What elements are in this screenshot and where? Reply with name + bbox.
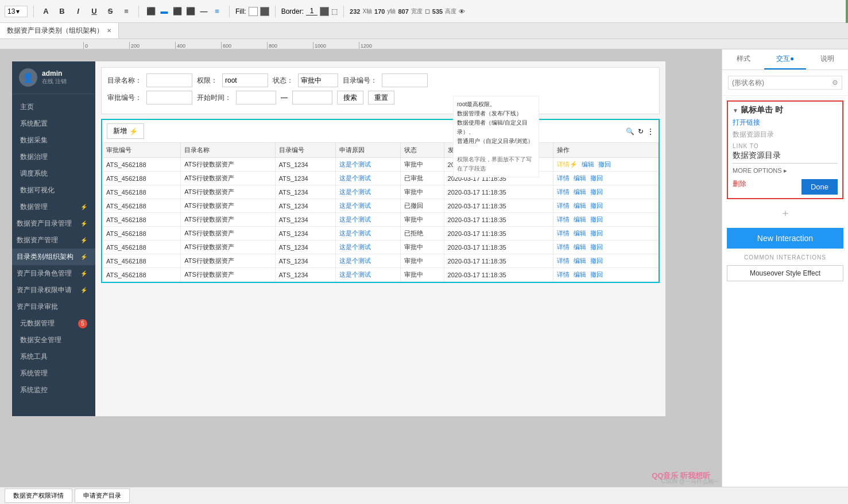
border-pattern[interactable]: ⬚ — [331, 7, 338, 15]
open-link[interactable]: 打开链接 — [733, 118, 838, 127]
sidebar-item-sysmgmt[interactable]: 系统管理 — [12, 365, 95, 382]
align-center-btn[interactable]: ▬ — [158, 5, 171, 18]
fill-empty-box[interactable] — [249, 7, 258, 16]
input-approval-no[interactable] — [146, 91, 192, 104]
new-interaction-btn[interactable]: New Interaction — [727, 228, 843, 249]
action-withdraw[interactable]: 撤回 — [590, 216, 603, 223]
tab-interaction[interactable]: 交互● — [764, 49, 806, 69]
align-none-btn[interactable]: — — [198, 5, 210, 18]
refresh-icon[interactable]: ↻ — [638, 127, 644, 135]
fill-dark-box[interactable] — [260, 7, 269, 16]
sidebar-item-datavis[interactable]: 数据可视化 — [12, 182, 95, 199]
tab-main[interactable]: 数据资产目录类别（组织架构） ✕ — [0, 23, 119, 38]
collapse-arrow[interactable]: ▼ — [733, 107, 738, 114]
list-btn[interactable]: ≡ — [120, 5, 133, 18]
sidebar-item-permission-apply[interactable]: 资产目录权限申请 ⚡ — [12, 282, 95, 298]
sidebar-item-datacollect[interactable]: 数据采集 — [12, 132, 95, 149]
action-withdraw[interactable]: 撤回 — [590, 243, 603, 250]
bottom-tab-permission[interactable]: 数据资产权限详情 — [5, 489, 72, 503]
underline-btn[interactable]: U — [88, 5, 100, 18]
font-size-chevron[interactable]: ▾ — [16, 7, 20, 15]
bottom-tab-apply[interactable]: 申请资产目录 — [75, 489, 130, 503]
shape-name-input[interactable] — [732, 79, 830, 87]
action-withdraw[interactable]: 撤回 — [590, 257, 603, 264]
delete-btn[interactable]: 删除 — [733, 180, 746, 188]
sidebar-item-metadata[interactable]: 元数据管理 5 — [12, 315, 95, 332]
font-size-control[interactable]: 13 ▾ — [5, 6, 28, 17]
action-detail[interactable]: 详情 — [557, 271, 570, 278]
new-record-btn[interactable]: 新增 ⚡ — [107, 123, 144, 139]
sidebar-item-schedule[interactable]: 调度系统 — [12, 165, 95, 182]
italic-btn[interactable]: I — [72, 5, 84, 18]
font-color-btn[interactable]: A — [40, 5, 52, 18]
add-interaction-icon[interactable]: ＋ — [722, 204, 848, 222]
input-id[interactable] — [382, 73, 428, 87]
action-detail[interactable]: 详情 — [557, 230, 570, 237]
align-right-btn[interactable]: ⬛ — [171, 5, 184, 18]
action-detail[interactable]: 详情 — [557, 188, 570, 195]
input-end-time[interactable] — [292, 91, 332, 104]
reset-btn[interactable]: 重置 — [368, 91, 394, 104]
tab-explain[interactable]: 说明 — [806, 49, 848, 69]
action-withdraw[interactable]: 撤回 — [598, 161, 611, 168]
sidebar-item-asset-role[interactable]: 资产目录角色管理 ⚡ — [12, 265, 95, 282]
action-edit[interactable]: 编辑 — [574, 257, 586, 264]
cell-approval-no: ATS_4562188 — [103, 172, 181, 185]
sidebar-item-catalog-org[interactable]: 目录类别/组织架构 ⚡ — [12, 249, 95, 265]
search-icon[interactable]: 🔍 — [626, 127, 634, 135]
sidebar-item-asset-mgmt[interactable]: 数据资产管理 ⚡ — [12, 232, 95, 249]
sidebar-item-datamgmt[interactable]: 数据管理 ⚡ — [12, 199, 95, 215]
action-detail[interactable]: 详情 — [557, 216, 570, 223]
search-btn[interactable]: 搜索 — [337, 91, 363, 104]
action-edit[interactable]: 编辑 — [574, 243, 586, 250]
action-withdraw[interactable]: 撤回 — [590, 230, 603, 237]
settings-icon[interactable]: ⚙ — [832, 79, 838, 87]
more-icon[interactable]: ⋮ — [647, 127, 654, 135]
done-btn[interactable]: Done — [801, 179, 838, 195]
action-withdraw[interactable]: 撤回 — [590, 202, 603, 209]
action-withdraw[interactable]: 撤回 — [590, 271, 603, 278]
tab-close-btn[interactable]: ✕ — [107, 28, 111, 34]
bold-btn[interactable]: B — [56, 5, 68, 18]
action-withdraw[interactable]: 撤回 — [590, 175, 603, 181]
data-table: 审批编号 目录名称 目录编号 申请原因 状态 发起时间 操作 — [102, 142, 659, 282]
select-permission[interactable]: root — [222, 73, 268, 87]
action-edit[interactable]: 编辑 — [574, 188, 586, 195]
sidebar-item-datasecurity[interactable]: 数据安全管理 — [12, 332, 95, 348]
more-options-btn[interactable]: MORE OPTIONS ▸ — [733, 167, 838, 175]
select-status[interactable]: 审批中 — [298, 73, 338, 87]
align-active-btn[interactable]: ≡ — [211, 5, 223, 18]
action-detail[interactable]: 详情 — [557, 243, 570, 250]
action-detail[interactable]: 详情⚡ — [557, 161, 578, 168]
action-edit[interactable]: 编辑 — [582, 161, 594, 168]
border-color-box[interactable] — [320, 7, 329, 16]
sidebar-item-sysconfig[interactable]: 系统配置 — [12, 115, 95, 132]
sidebar-item-datagovernance[interactable]: 数据治理 — [12, 149, 95, 165]
sidebar-item-approval[interactable]: 资产目录审批 — [12, 298, 95, 315]
action-withdraw[interactable]: 撤回 — [590, 188, 603, 195]
col-code: 目录编号 — [275, 143, 336, 158]
input-name[interactable] — [146, 73, 192, 87]
sidebar-item-assetcatalog-mgmt[interactable]: 数据资产目录管理 ⚡ — [12, 215, 95, 232]
mouseover-style-btn[interactable]: Mouseover Style Effect — [727, 265, 843, 281]
align-left-btn[interactable]: ⬛ — [145, 5, 157, 18]
border-value[interactable]: 1 — [306, 7, 317, 15]
canvas-area[interactable]: 👤 admin 在线 注销 主页 系统配置 数据采集 数据治理 — [0, 49, 722, 487]
action-edit[interactable]: 编辑 — [574, 216, 586, 223]
tab-style[interactable]: 样式 — [722, 49, 764, 69]
table-row: ATS_4562188 ATS行驶数据资产 ATS_1234 这是个测试 已审批… — [103, 172, 659, 185]
action-edit[interactable]: 编辑 — [574, 202, 586, 209]
app-content-inner: 目录名称： 权限： root 状态： 审批中 目录编号： — [95, 61, 665, 289]
align-justify-btn[interactable]: ⬛ — [184, 5, 197, 18]
action-edit[interactable]: 编辑 — [574, 230, 586, 237]
sidebar-item-tools[interactable]: 系统工具 — [12, 348, 95, 365]
input-start-time[interactable] — [236, 91, 276, 104]
action-edit[interactable]: 编辑 — [574, 271, 586, 278]
action-edit[interactable]: 编辑 — [574, 175, 586, 181]
action-detail[interactable]: 详情 — [557, 257, 570, 264]
sidebar-item-home[interactable]: 主页 — [12, 99, 95, 115]
strikethrough-btn[interactable]: S — [104, 5, 117, 18]
action-detail[interactable]: 详情 — [557, 202, 570, 209]
action-detail[interactable]: 详情 — [557, 175, 570, 181]
sidebar-item-sysmonitor[interactable]: 系统监控 — [12, 382, 95, 398]
